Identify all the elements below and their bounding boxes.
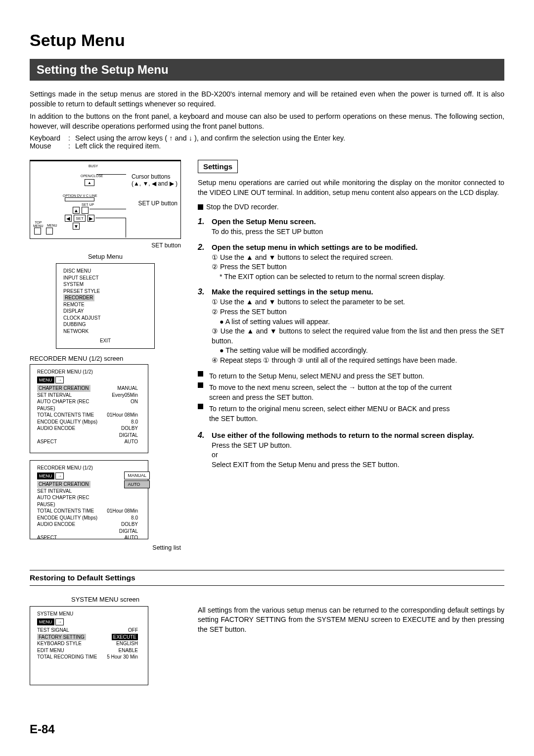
square-bullet-icon xyxy=(198,404,203,409)
square-bullet-icon xyxy=(198,371,203,377)
cursor-label: Cursor buttons (▲, ▼, ◀ and ▶ ) xyxy=(132,173,178,187)
topmenu-label: TOP MENU xyxy=(33,221,44,228)
ms-text: Left click the required item. xyxy=(75,142,161,150)
square-bullet-icon xyxy=(198,204,203,210)
ms-label: Mouse xyxy=(30,142,68,150)
down-btn-icon: ▼ xyxy=(73,223,80,230)
restoring-para: All settings from the various setup menu… xyxy=(198,606,504,635)
slot xyxy=(65,197,94,201)
rec-caption: RECORDER MENU (1/2) screen xyxy=(30,355,181,362)
left-btn-icon: ◀ xyxy=(65,215,72,222)
mouse-line: Mouse : Left click the required item. xyxy=(30,142,504,150)
square-bullets: To return to the Setup Menu, select MENU… xyxy=(198,372,504,424)
step-1-body: To do this, press the SET UP button xyxy=(212,227,504,237)
set-btn-icon: SET xyxy=(74,215,86,222)
menu-label-d: MENU xyxy=(47,224,57,227)
intro-1: Settings made in the setup menus are sto… xyxy=(30,90,504,109)
setup-menu-box: DISC MENUINPUT SELECTSYSTEMPRESET STYLER… xyxy=(56,263,155,349)
option-line: OPTION DV V C LINE xyxy=(63,194,97,197)
setup-label: SET UP button xyxy=(138,200,178,207)
step-3-body: ① Use the ▲ and ▼ buttons to select the … xyxy=(212,297,504,365)
settings-para: Setup menu operations are carried out wh… xyxy=(198,178,504,197)
restoring-heading: Restoring to Default Settings xyxy=(30,570,504,586)
setup-menu-caption: Setup Menu xyxy=(30,253,181,260)
up-btn-icon: ▲ xyxy=(73,207,80,214)
sys-caption: SYSTEM MENU screen xyxy=(30,596,181,603)
kb-label: Keyboard xyxy=(30,134,68,142)
section-bar: Setting the Setup Menu xyxy=(30,59,504,81)
sm1 xyxy=(34,228,41,235)
busy-label: BUSY xyxy=(89,164,98,168)
sys-menu: SYSTEM MENUMENU →TEST SIGNALOFFFACTORY S… xyxy=(30,606,148,685)
step-1: 1.Open the Setup Menu screen. xyxy=(198,217,504,226)
step-3: 3.Make the required settings in the setu… xyxy=(198,287,504,296)
intro-2: In addition to the buttons on the front … xyxy=(30,112,504,131)
step-2: 2.Open the setup menu in which settings … xyxy=(198,243,504,252)
square-bullet-icon xyxy=(198,382,203,388)
device-diagram: BUSY OPEN/CLOSE ▲ OPTION DV V C LINE SET… xyxy=(30,160,181,239)
right-btn-icon: ▶ xyxy=(88,215,94,222)
settings-heading: Settings xyxy=(198,160,238,173)
setup-txt: SET UP xyxy=(82,203,94,206)
eject-icon: ▲ xyxy=(85,179,94,186)
sm2 xyxy=(46,228,53,235)
blank-btn-icon xyxy=(82,207,89,214)
openclose-label: OPEN/CLOSE xyxy=(81,174,103,178)
keyboard-line: Keyboard : Select using the arrow keys (… xyxy=(30,134,504,142)
stop-dvd: Stop the DVD recorder. xyxy=(198,202,504,212)
step-4-body: Press the SET UP button. or Select EXIT … xyxy=(212,441,504,470)
setting-list-caption: Setting list xyxy=(30,544,181,551)
kb-text: Select using the arrow keys ( ↑ and ↓ ),… xyxy=(75,134,345,142)
step-4: 4.Use either of the following methods to… xyxy=(198,431,504,440)
rec-menu-2: RECORDER MENU (1/2)MENU →CHAPTER CREATIO… xyxy=(30,460,148,539)
set-label: SET button xyxy=(30,242,181,249)
page-title: Setup Menu xyxy=(30,31,504,50)
rec-menu-1: RECORDER MENU (1/2)MENU →CHAPTER CREATIO… xyxy=(30,364,148,453)
page-number: E-84 xyxy=(30,722,55,736)
step-2-body: ① Use the ▲ and ▼ buttons to select the … xyxy=(212,253,504,282)
